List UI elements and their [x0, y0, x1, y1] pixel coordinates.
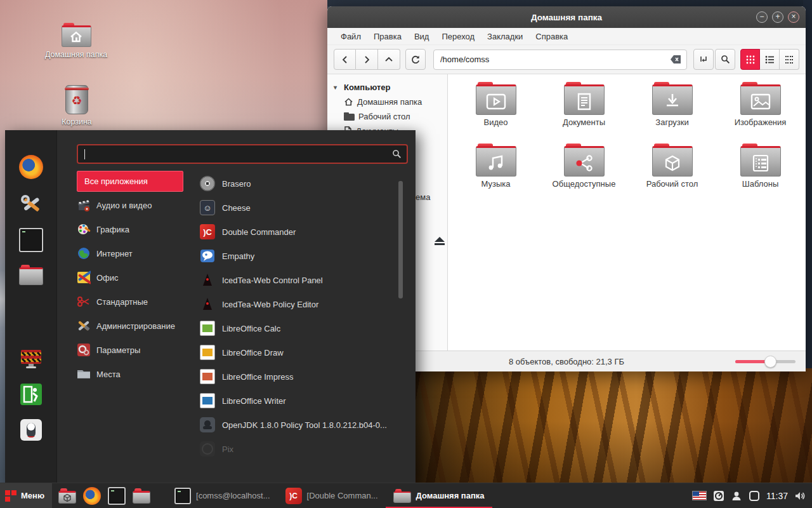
- removable-media-icon[interactable]: [713, 490, 724, 502]
- folder-item-music[interactable]: Музыка: [458, 144, 534, 205]
- close-button[interactable]: ×: [788, 11, 799, 23]
- logout-icon[interactable]: [19, 382, 43, 406]
- edit-location-button[interactable]: [693, 49, 714, 70]
- up-button[interactable]: [378, 49, 400, 70]
- menu-edit[interactable]: Правка: [368, 29, 407, 44]
- back-button[interactable]: [334, 49, 356, 70]
- desktop-icon-trash[interactable]: ♻ Корзина: [49, 85, 104, 126]
- show-desktop-icon[interactable]: [58, 488, 76, 504]
- category-office[interactable]: Офис: [77, 268, 191, 287]
- forward-button[interactable]: [356, 49, 378, 70]
- quick-launch: [58, 487, 150, 505]
- files-icon[interactable]: [19, 265, 43, 285]
- category-all-apps[interactable]: Все приложения: [77, 171, 183, 192]
- path-input[interactable]: [440, 55, 671, 64]
- tools-icon[interactable]: [19, 192, 43, 217]
- eject-button[interactable]: [434, 237, 445, 246]
- lock-screen-icon[interactable]: [19, 347, 43, 371]
- app-list-scrollbar[interactable]: [398, 181, 403, 298]
- folder-item-public[interactable]: Общедоступные: [546, 144, 622, 205]
- task-terminal[interactable]: [comss@localhost...: [167, 483, 278, 508]
- folder-icon: [652, 144, 693, 177]
- volume-icon[interactable]: [794, 490, 806, 502]
- app-libreoffice-impress[interactable]: LibreOffice Impress: [200, 364, 390, 389]
- app-icedtea-policy-editor[interactable]: IcedTea-Web Policy Editor: [200, 292, 390, 316]
- keyboard-layout-us-flag[interactable]: [692, 491, 707, 500]
- sidebar-filesystem-fragment[interactable]: ема: [416, 192, 430, 202]
- sidebar-home[interactable]: Домашняя папка: [327, 95, 447, 109]
- category-audio-video[interactable]: Аудио и видео: [77, 196, 191, 215]
- folder-item-templates[interactable]: Шаблоны: [723, 144, 799, 205]
- menu-go[interactable]: Переход: [436, 29, 480, 44]
- zoom-slider[interactable]: [735, 360, 796, 363]
- refresh-button[interactable]: [405, 49, 426, 70]
- expander-icon[interactable]: ▾: [334, 84, 340, 91]
- category-accessories[interactable]: Стандартные: [77, 292, 191, 311]
- menu-help[interactable]: Справка: [530, 29, 573, 44]
- doublecmd-icon: )C: [285, 488, 302, 504]
- folder-item-pictures[interactable]: Изображения: [723, 82, 799, 144]
- maximize-button[interactable]: +: [772, 11, 783, 23]
- search-box[interactable]: [77, 144, 408, 164]
- category-preferences[interactable]: Параметры: [77, 340, 191, 359]
- shutdown-icon[interactable]: [19, 418, 43, 442]
- menu-button[interactable]: Меню: [0, 483, 52, 508]
- app-openjdk-policy-tool[interactable]: OpenJDK 1.8.0 Policy Tool 1.8.0.212.b04-…: [200, 413, 390, 437]
- notifications-icon[interactable]: [749, 490, 760, 502]
- desktop-icon-home[interactable]: Домашняя папка: [46, 23, 107, 59]
- location-bar[interactable]: [433, 50, 687, 70]
- sidebar-computer[interactable]: ▾ Компьютер: [327, 80, 447, 95]
- files-launcher-icon[interactable]: [133, 488, 150, 504]
- clear-path-icon[interactable]: [671, 55, 681, 64]
- terminal-launcher-icon[interactable]: [108, 487, 126, 505]
- status-text: 8 объектов, свободно: 21,3 ГБ: [509, 357, 624, 366]
- firefox-launcher-icon[interactable]: [83, 487, 101, 505]
- terminal-icon[interactable]: [19, 228, 43, 252]
- app-libreoffice-calc[interactable]: LibreOffice Calc: [200, 316, 390, 340]
- compact-view-icon: [785, 55, 794, 64]
- menu-bookmarks[interactable]: Закладки: [481, 29, 528, 44]
- app-libreoffice-draw[interactable]: LibreOffice Draw: [200, 340, 390, 364]
- user-applet-icon[interactable]: [731, 490, 742, 502]
- app-pix[interactable]: Pix: [200, 437, 390, 461]
- titlebar[interactable]: Домашняя папка − + ×: [327, 6, 806, 28]
- category-administration[interactable]: Администрирование: [77, 316, 191, 335]
- firefox-icon[interactable]: [19, 155, 43, 179]
- list-view-button[interactable]: [760, 49, 780, 70]
- app-label: Brasero: [222, 179, 251, 189]
- home-folder-icon: [62, 23, 91, 47]
- icon-view-button[interactable]: [740, 49, 760, 70]
- app-empathy[interactable]: Empathy: [200, 244, 390, 268]
- menu-file[interactable]: Файл: [335, 29, 367, 44]
- zoom-slider-handle[interactable]: [764, 356, 776, 368]
- menu-view[interactable]: Вид: [409, 29, 435, 44]
- minimize-button[interactable]: −: [756, 11, 768, 23]
- clock[interactable]: 11:37: [766, 491, 788, 501]
- wallpaper-top-strip: [327, 0, 812, 6]
- app-double-commander[interactable]: )C Double Commander: [200, 220, 390, 244]
- sidebar-desktop[interactable]: Рабочий стол: [327, 109, 447, 124]
- app-libreoffice-writer[interactable]: LibreOffice Writer: [200, 389, 390, 413]
- compact-view-button[interactable]: [780, 49, 799, 70]
- folder-icon: [344, 112, 355, 121]
- app-brasero[interactable]: Brasero: [200, 171, 390, 196]
- category-internet[interactable]: Интернет: [77, 244, 191, 263]
- office-icon: [77, 271, 91, 284]
- app-label: Pix: [222, 444, 233, 454]
- category-places[interactable]: Места: [77, 364, 191, 384]
- category-graphics[interactable]: Графика: [77, 220, 191, 239]
- folder-item-documents[interactable]: Документы: [546, 82, 622, 144]
- toolbar: [327, 45, 806, 74]
- task-home-folder[interactable]: Домашняя папка: [386, 483, 492, 508]
- folder-item-desktop[interactable]: Рабочий стол: [634, 144, 710, 205]
- folder-icon: [740, 144, 781, 177]
- search-input[interactable]: [85, 149, 392, 159]
- file-view[interactable]: Видео Документы: [448, 74, 806, 351]
- app-label: Double Commander: [222, 227, 296, 237]
- task-double-commander[interactable]: )C [Double Comman...: [278, 483, 386, 508]
- app-cheese[interactable]: ☺ Cheese: [200, 196, 390, 220]
- search-button[interactable]: [715, 49, 735, 70]
- folder-item-downloads[interactable]: Загрузки: [634, 82, 710, 144]
- app-icedtea-control-panel[interactable]: IcedTea-Web Control Panel: [200, 268, 390, 292]
- folder-item-video[interactable]: Видео: [458, 82, 534, 144]
